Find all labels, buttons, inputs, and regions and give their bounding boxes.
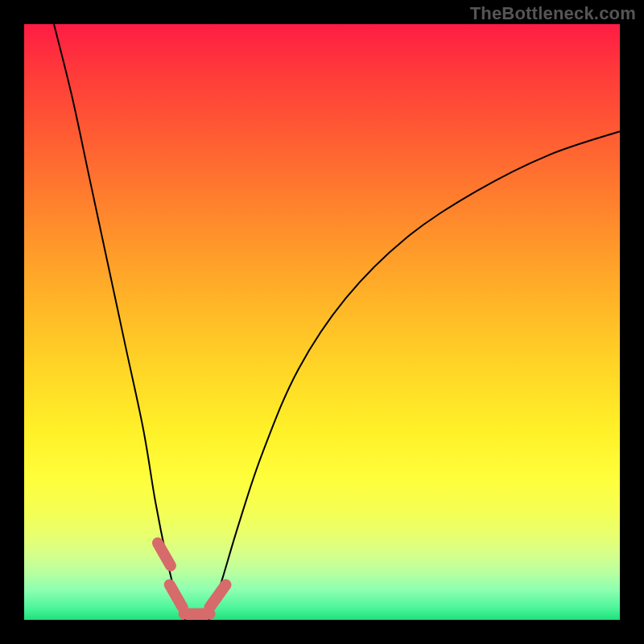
left-blob-lower [170, 584, 183, 607]
marker-group [158, 543, 226, 614]
curve-right-branch [208, 131, 620, 620]
plot-area [24, 24, 620, 620]
chart-stage: TheBottleneck.com [0, 0, 644, 644]
right-blob [210, 584, 226, 607]
watermark-text: TheBottleneck.com [470, 3, 636, 24]
plot-svg [24, 24, 620, 620]
curve-left-branch [54, 24, 185, 620]
left-blob-upper [158, 543, 171, 566]
